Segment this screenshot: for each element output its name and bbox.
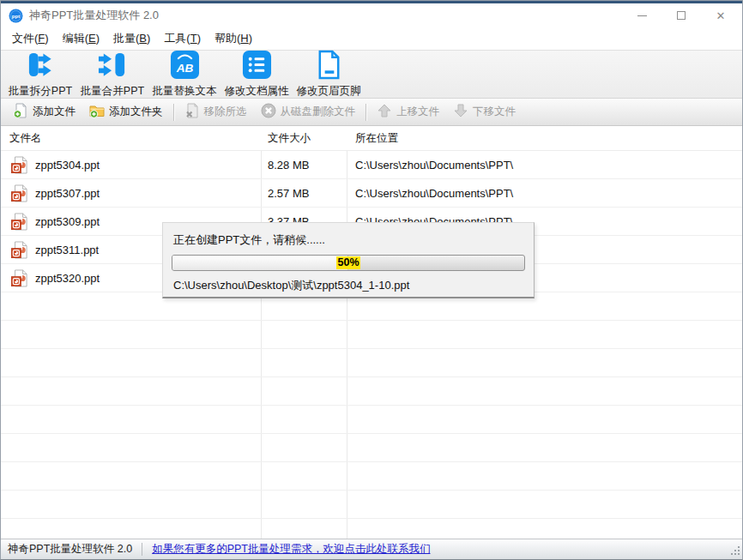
menubar: 文件(F) 编辑(E) 批量(B) 工具(T) 帮助(H)	[1, 27, 742, 50]
main-toolbar: 批量拆分PPT 批量合并PPT AB 批量替换文本 修改文档属性 修改页眉页脚	[1, 50, 742, 99]
menu-edit[interactable]: 编辑(E)	[56, 27, 106, 50]
file-path: C:\Users\zhou\Documents\PPT\	[347, 159, 742, 172]
doc-properties-icon	[242, 50, 272, 83]
app-logo-icon: ppt	[9, 9, 23, 23]
add-folder-icon	[89, 103, 105, 121]
replace-text-label: 批量替换文本	[153, 84, 217, 99]
file-toolbar: 添加文件 添加文件夹 移除所选 从磁盘删除文件 上移文件	[1, 99, 742, 126]
ppt-file-icon	[11, 184, 27, 202]
split-ppt-label: 批量拆分PPT	[9, 84, 72, 99]
merge-ppt-icon	[98, 50, 128, 83]
progress-message: 正在创建PPT文件，请稍候......	[163, 223, 534, 248]
status-bar: 神奇PPT批量处理软件 2.0 如果您有更多的PPT批量处理需求，欢迎点击此处联…	[1, 539, 742, 559]
resize-grip-icon[interactable]	[729, 546, 740, 557]
move-down-button[interactable]: 下移文件	[446, 100, 523, 123]
file-name: zppt5304.ppt	[35, 159, 100, 172]
add-folder-button[interactable]: 添加文件夹	[82, 100, 170, 123]
table-row[interactable]: zppt5304.ppt 8.28 MB C:\Users\zhou\Docum…	[1, 151, 742, 179]
menu-tools[interactable]: 工具(T)	[157, 27, 208, 50]
toolbar-separator	[365, 104, 366, 121]
contact-us-link[interactable]: 如果您有更多的PPT批量处理需求，欢迎点击此处联系我们	[152, 542, 430, 557]
menu-batch[interactable]: 批量(B)	[106, 27, 157, 50]
doc-properties-label: 修改文档属性	[225, 84, 289, 99]
column-header-location[interactable]: 所在位置	[347, 131, 742, 146]
progress-dialog: 正在创建PPT文件，请稍候...... 50% C:\Users\zhou\De…	[162, 222, 535, 298]
file-path: C:\Users\zhou\Documents\PPT\	[347, 187, 742, 200]
add-file-icon	[13, 103, 28, 121]
split-ppt-button[interactable]: 批量拆分PPT	[4, 51, 76, 98]
header-footer-label: 修改页眉页脚	[297, 84, 361, 99]
file-name: zppt5307.ppt	[35, 187, 100, 200]
remove-selected-button[interactable]: 移除所选	[178, 100, 254, 123]
list-header: 文件名 文件大小 所在位置	[1, 126, 742, 151]
remove-selected-icon	[184, 103, 200, 121]
move-up-icon	[377, 103, 392, 121]
move-down-icon	[453, 103, 468, 121]
header-footer-button[interactable]: 修改页眉页脚	[293, 51, 365, 98]
split-ppt-icon	[26, 50, 56, 83]
delete-from-disk-icon	[261, 103, 276, 121]
progress-output-path: C:\Users\zhou\Desktop\测试\zppt5304_1-10.p…	[163, 271, 534, 293]
window-title: 神奇PPT批量处理软件 2.0	[29, 8, 159, 23]
doc-properties-button[interactable]: 修改文档属性	[220, 51, 293, 98]
file-size: 8.28 MB	[261, 159, 347, 172]
add-folder-label: 添加文件夹	[109, 105, 163, 119]
status-app-name: 神奇PPT批量处理软件 2.0	[8, 542, 132, 557]
file-name: zppt5309.ppt	[35, 215, 100, 228]
add-file-button[interactable]: 添加文件	[6, 100, 82, 123]
svg-text:ppt: ppt	[12, 14, 20, 19]
remove-selected-label: 移除所选	[204, 105, 247, 119]
replace-text-button[interactable]: AB 批量替换文本	[148, 51, 220, 98]
maximize-button[interactable]	[661, 3, 701, 27]
move-down-label: 下移文件	[473, 105, 516, 119]
progress-percent: 50%	[336, 256, 359, 269]
column-header-filesize[interactable]: 文件大小	[261, 131, 347, 146]
delete-from-disk-label: 从磁盘删除文件	[281, 105, 356, 119]
maximize-icon	[677, 11, 686, 20]
toolbar-separator	[173, 104, 174, 121]
file-size: 2.57 MB	[261, 187, 347, 200]
minimize-icon	[637, 15, 647, 16]
ppt-file-icon	[11, 269, 27, 287]
progress-bar: 50%	[172, 255, 525, 271]
titlebar[interactable]: ppt 神奇PPT批量处理软件 2.0 ✕	[1, 3, 742, 27]
file-name: zppt5320.ppt	[35, 272, 100, 285]
close-button[interactable]: ✕	[701, 3, 740, 27]
close-icon: ✕	[716, 10, 726, 21]
move-up-button[interactable]: 上移文件	[370, 100, 446, 123]
ppt-file-icon	[11, 213, 27, 231]
move-up-label: 上移文件	[396, 105, 439, 119]
app-window: ppt 神奇PPT批量处理软件 2.0 ✕ 文件(F) 编辑(E) 批量(B) …	[0, 0, 743, 560]
replace-text-icon: AB	[170, 50, 200, 83]
minimize-button[interactable]	[622, 3, 661, 27]
header-footer-icon	[314, 50, 344, 83]
table-row[interactable]: zppt5307.ppt 2.57 MB C:\Users\zhou\Docum…	[1, 179, 742, 208]
file-name: zppt5311.ppt	[35, 244, 99, 256]
menu-file[interactable]: 文件(F)	[5, 27, 56, 50]
merge-ppt-label: 批量合并PPT	[81, 84, 144, 99]
add-file-label: 添加文件	[33, 105, 76, 119]
list-rows: zppt5304.ppt 8.28 MB C:\Users\zhou\Docum…	[1, 151, 742, 540]
ppt-file-icon	[11, 241, 27, 259]
ppt-file-icon	[11, 156, 27, 174]
svg-text:AB: AB	[175, 62, 193, 75]
delete-from-disk-button[interactable]: 从磁盘删除文件	[254, 100, 363, 123]
status-separator	[142, 543, 142, 556]
menu-help[interactable]: 帮助(H)	[208, 27, 259, 50]
merge-ppt-button[interactable]: 批量合并PPT	[76, 51, 148, 98]
file-list: 文件名 文件大小 所在位置 zppt5304.ppt 8.28 MB C:\Us…	[1, 126, 742, 540]
column-header-filename[interactable]: 文件名	[1, 131, 261, 146]
